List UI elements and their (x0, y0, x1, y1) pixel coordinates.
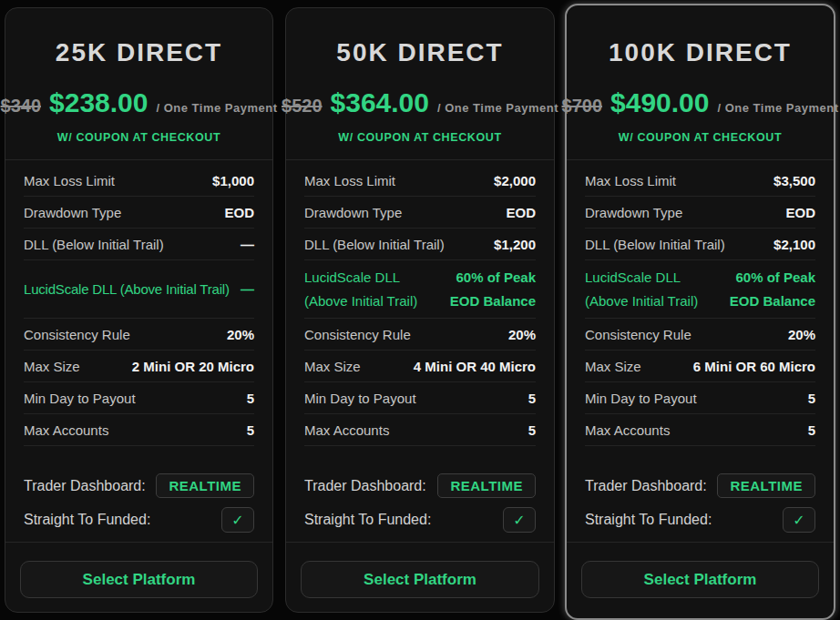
row-consistency-rule: Consistency Rule 20% (304, 319, 536, 351)
feature-label: Max Loss Limit (24, 173, 115, 188)
feature-value: $1,000 (212, 173, 254, 188)
pricing-card-100k: 100K DIRECT $700 $490.00 / One Time Paym… (565, 4, 835, 620)
row-max-size: Max Size 4 Mini OR 40 Micro (304, 351, 536, 382)
dashboard-info: Trader Dashboard: REALTIME Straight To F… (567, 473, 834, 542)
trader-dashboard-label: Trader Dashboard: (585, 478, 707, 494)
feature-value: 4 Mini OR 40 Micro (414, 359, 536, 374)
straight-to-funded-label: Straight To Funded: (585, 512, 712, 528)
coupon-note: W/ COUPON AT CHECKOUT (5, 131, 272, 144)
realtime-badge: REALTIME (156, 473, 254, 498)
coupon-note: W/ COUPON AT CHECKOUT (286, 131, 554, 144)
feature-value: 2 Mini OR 20 Micro (132, 359, 254, 374)
feature-value: $3,500 (773, 173, 815, 188)
feature-label: Consistency Rule (24, 327, 130, 342)
price-suffix: / One Time Payment (717, 101, 838, 115)
feature-value: 5 (808, 391, 815, 406)
feature-value: — (241, 281, 254, 297)
row-lucidscale-dll: LucidScale DLL (Above Initial Trail) 60%… (585, 260, 815, 319)
row-dll-below-initial-trail: DLL (Below Initial Trail) $1,200 (304, 229, 536, 260)
row-max-size: Max Size 6 Mini OR 60 Micro (585, 351, 815, 382)
feature-value: EOD (224, 205, 254, 220)
realtime-badge: REALTIME (717, 473, 815, 498)
price-suffix: / One Time Payment (156, 101, 277, 115)
feature-value: 5 (247, 391, 254, 406)
old-price: $340 (1, 96, 42, 117)
footer-divider (567, 542, 834, 543)
feature-label: Max Accounts (304, 422, 389, 438)
plan-title: 50K DIRECT (295, 38, 545, 67)
feature-label: Min Day to Payout (24, 391, 136, 406)
feature-label: Min Day to Payout (585, 391, 697, 406)
dashboard-info: Trader Dashboard: REALTIME Straight To F… (5, 473, 272, 542)
row-dll-below-initial-trail: DLL (Below Initial Trail) $2,100 (585, 229, 815, 260)
funded-checkbox: ✓ (783, 507, 815, 533)
row-max-size: Max Size 2 Mini OR 20 Micro (24, 351, 254, 382)
feature-label: Max Accounts (24, 422, 108, 438)
straight-to-funded-row: Straight To Funded: ✓ (585, 507, 815, 533)
coupon-note: W/ COUPON AT CHECKOUT (567, 131, 834, 144)
row-drawdown-type: Drawdown Type EOD (304, 197, 536, 229)
straight-to-funded-label: Straight To Funded: (304, 512, 431, 528)
old-price: $520 (282, 96, 323, 117)
feature-value: 60% of Peak EOD Balance (713, 266, 815, 313)
price-line: $700 $490.00 / One Time Payment (570, 87, 830, 118)
straight-to-funded-label: Straight To Funded: (24, 512, 150, 528)
row-drawdown-type: Drawdown Type EOD (24, 197, 254, 229)
feature-value: 20% (508, 327, 536, 342)
footer-divider (5, 542, 272, 543)
feature-value: 5 (528, 422, 536, 438)
feature-label: LucidScale DLL (Above Initial Trail) (24, 281, 230, 297)
feature-value: 6 Mini OR 60 Micro (693, 359, 815, 374)
trader-dashboard-row: Trader Dashboard: REALTIME (585, 473, 815, 498)
feature-label: DLL (Below Initial Trail) (24, 237, 164, 252)
select-platform-button[interactable]: Select Platform (301, 561, 539, 598)
plan-title: 25K DIRECT (15, 38, 263, 67)
feature-label: Max Accounts (585, 422, 670, 438)
realtime-badge: REALTIME (437, 473, 536, 498)
feature-value: — (241, 237, 254, 252)
row-max-accounts: Max Accounts 5 (304, 414, 536, 446)
pricing-card-50k: 50K DIRECT $520 $364.00 / One Time Payme… (285, 7, 555, 613)
current-price: $490.00 (610, 87, 709, 118)
row-drawdown-type: Drawdown Type EOD (585, 197, 815, 229)
check-icon: ✓ (793, 512, 804, 529)
feature-value: 5 (808, 422, 815, 438)
row-consistency-rule: Consistency Rule 20% (585, 319, 815, 351)
feature-value: 20% (788, 327, 815, 342)
row-lucidscale-dll: LucidScale DLL (Above Initial Trail) — (24, 260, 254, 319)
straight-to-funded-row: Straight To Funded: ✓ (24, 507, 254, 533)
feature-label: Max Size (24, 359, 80, 374)
current-price: $238.00 (49, 87, 148, 118)
price-line: $340 $238.00 / One Time Payment (9, 87, 269, 118)
feature-label: Max Size (585, 359, 641, 374)
row-max-accounts: Max Accounts 5 (24, 414, 254, 446)
feature-value: EOD (785, 205, 815, 220)
check-icon: ✓ (513, 512, 525, 529)
row-dll-below-initial-trail: DLL (Below Initial Trail) — (24, 229, 254, 260)
feature-value: $2,100 (773, 237, 815, 252)
feature-label: Consistency Rule (585, 327, 691, 342)
row-min-day-to-payout: Min Day to Payout 5 (585, 382, 815, 414)
row-max-accounts: Max Accounts 5 (585, 414, 815, 446)
select-platform-button[interactable]: Select Platform (20, 561, 258, 598)
row-max-loss-limit: Max Loss Limit $2,000 (304, 165, 536, 197)
feature-label: Consistency Rule (304, 327, 411, 342)
row-min-day-to-payout: Min Day to Payout 5 (24, 382, 254, 414)
check-icon: ✓ (231, 512, 243, 529)
feature-value: $2,000 (494, 173, 536, 188)
feature-table: Max Loss Limit $2,000 Drawdown Type EOD … (286, 159, 554, 446)
row-lucidscale-dll: LucidScale DLL (Above Initial Trail) 60%… (304, 260, 536, 319)
dashboard-info: Trader Dashboard: REALTIME Straight To F… (286, 473, 554, 542)
select-platform-button[interactable]: Select Platform (581, 561, 819, 598)
straight-to-funded-row: Straight To Funded: ✓ (304, 507, 536, 533)
feature-table: Max Loss Limit $1,000 Drawdown Type EOD … (5, 159, 272, 446)
funded-checkbox: ✓ (221, 507, 254, 533)
current-price: $364.00 (331, 87, 429, 118)
feature-table: Max Loss Limit $3,500 Drawdown Type EOD … (567, 159, 834, 446)
feature-label: LucidScale DLL (Above Initial Trail) (585, 266, 713, 313)
feature-label: Max Loss Limit (304, 173, 395, 188)
price-line: $520 $364.00 / One Time Payment (290, 87, 550, 118)
feature-label: DLL (Below Initial Trail) (585, 237, 725, 252)
feature-value: 20% (227, 327, 254, 342)
pricing-card-25k: 25K DIRECT $340 $238.00 / One Time Payme… (5, 7, 273, 613)
